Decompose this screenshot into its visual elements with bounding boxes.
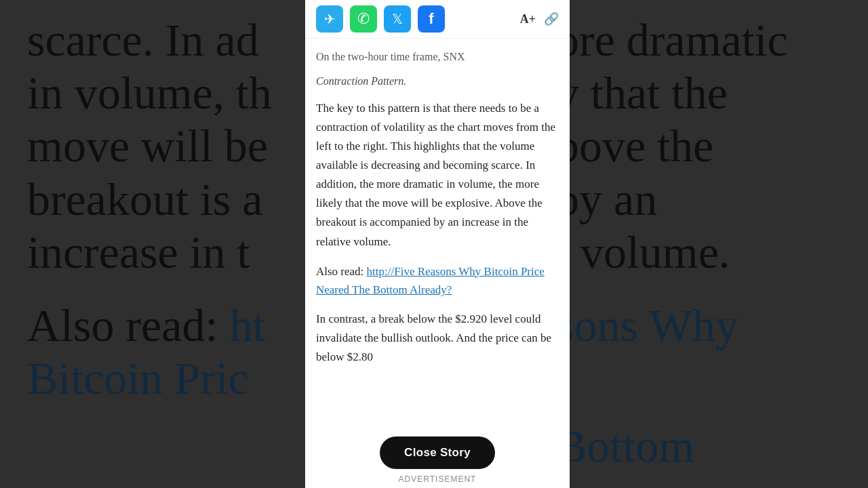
facebook-share-button[interactable]: f	[418, 5, 445, 33]
article-modal: ✈ ✆ 𝕏 f A+ 🔗 On the two-hour time frame,…	[305, 0, 570, 488]
body-paragraph-1: The key to this pattern is that there ne…	[316, 99, 559, 251]
facebook-icon: f	[429, 10, 433, 28]
article-body: On the two-hour time frame, SNX Contract…	[305, 39, 570, 430]
twitter-icon: 𝕏	[392, 11, 403, 27]
advertisement-label: ADVERTISEMENT	[399, 474, 477, 484]
right-overlay	[570, 0, 868, 488]
twitter-share-button[interactable]: 𝕏	[384, 5, 411, 33]
copy-link-button[interactable]: 🔗	[544, 12, 559, 26]
whatsapp-share-button[interactable]: ✆	[350, 5, 377, 33]
contraction-label: Contraction Pattern.	[316, 73, 559, 90]
telegram-share-button[interactable]: ✈	[316, 5, 343, 33]
also-read-prefix: Also read:	[316, 265, 367, 278]
font-size-button[interactable]: A+	[520, 12, 536, 26]
share-toolbar: ✈ ✆ 𝕏 f A+ 🔗	[305, 0, 570, 39]
close-story-button[interactable]: Close Story	[380, 436, 495, 469]
also-read-section: Also read: http://Five Reasons Why Bitco…	[316, 262, 559, 299]
close-story-area: Close Story ADVERTISEMENT	[305, 430, 570, 488]
body-paragraph-2: In contrast, a break below the $2.920 le…	[316, 310, 559, 367]
article-header: On the two-hour time frame, SNX	[316, 48, 559, 66]
telegram-icon: ✈	[324, 11, 336, 27]
toolbar-right: A+ 🔗	[520, 12, 559, 26]
whatsapp-icon: ✆	[357, 10, 370, 28]
left-overlay	[0, 0, 305, 488]
